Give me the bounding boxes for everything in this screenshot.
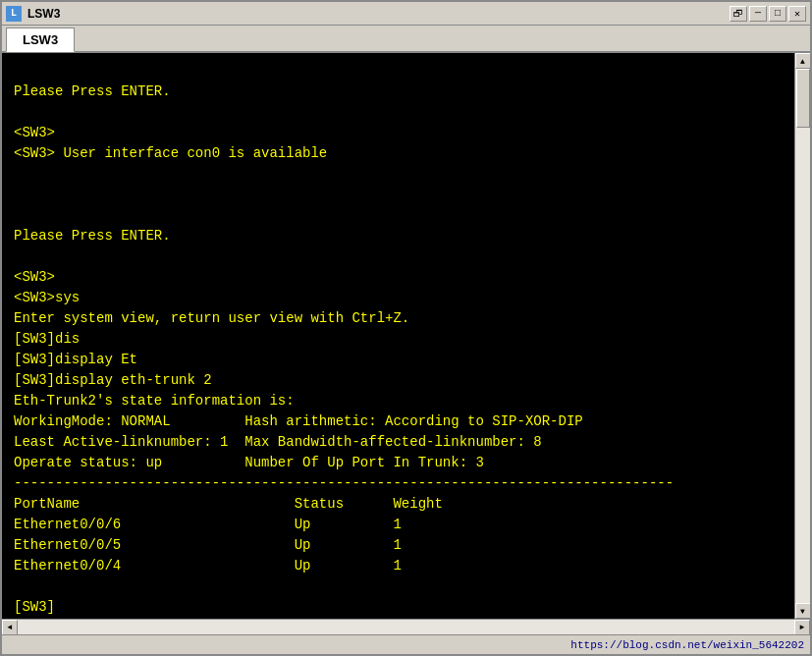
- terminal-output[interactable]: Please Press ENTER. <SW3> <SW3> User int…: [2, 53, 794, 619]
- status-url: https://blog.csdn.net/weixin_5642202: [570, 639, 804, 651]
- vertical-scrollbar: ▲ ▼: [794, 53, 810, 619]
- window-title: LSW3: [27, 7, 60, 21]
- scroll-up-button[interactable]: ▲: [795, 53, 811, 69]
- horizontal-scrollbar: ◄ ►: [2, 619, 810, 634]
- status-bar: https://blog.csdn.net/weixin_5642202: [2, 634, 810, 654]
- scroll-down-button[interactable]: ▼: [795, 603, 811, 619]
- scroll-track[interactable]: [795, 69, 810, 603]
- restore-button[interactable]: 🗗: [730, 6, 747, 22]
- title-bar: L LSW3 🗗 ─ □ ✕: [2, 2, 810, 26]
- scroll-right-button[interactable]: ►: [794, 620, 810, 635]
- terminal-area: Please Press ENTER. <SW3> <SW3> User int…: [2, 53, 810, 619]
- app-icon: L: [6, 6, 22, 22]
- h-scroll-track[interactable]: [18, 620, 794, 634]
- scroll-left-button[interactable]: ◄: [2, 620, 18, 635]
- close-button[interactable]: ✕: [788, 6, 806, 22]
- tab-bar: LSW3: [2, 26, 810, 53]
- main-window: L LSW3 🗗 ─ □ ✕ LSW3 Please Press ENTER. …: [0, 0, 812, 656]
- minimize-button[interactable]: ─: [749, 6, 767, 22]
- title-buttons: 🗗 ─ □ ✕: [730, 6, 806, 22]
- maximize-button[interactable]: □: [769, 6, 786, 22]
- tab-lsw3[interactable]: LSW3: [6, 27, 75, 52]
- scroll-thumb[interactable]: [796, 69, 810, 128]
- title-bar-left: L LSW3: [6, 6, 60, 22]
